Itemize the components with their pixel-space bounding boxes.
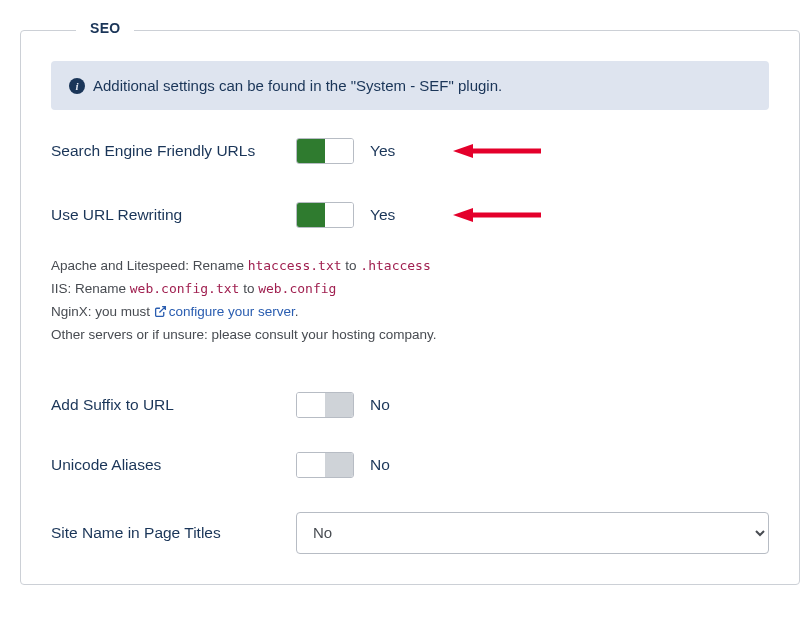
toggle-on-half (297, 203, 325, 227)
hint-iis: IIS: Rename web.config.txt to web.config (51, 279, 769, 300)
field-label: Use URL Rewriting (51, 206, 296, 224)
toggle-value: No (370, 456, 390, 474)
info-icon: i (69, 78, 85, 94)
field-row-suffix: Add Suffix to URL No (51, 392, 769, 418)
unicode-toggle[interactable] (296, 452, 354, 478)
svg-marker-3 (453, 208, 473, 222)
external-link-icon (154, 305, 167, 318)
field-row-unicode: Unicode Aliases No (51, 452, 769, 478)
hint-nginx: NginX: you must configure your server. (51, 302, 769, 323)
sitename-select[interactable]: No (296, 512, 769, 554)
field-row-sef: Search Engine Friendly URLs Yes (51, 138, 769, 164)
panel-title: SEO (76, 20, 134, 36)
svg-marker-1 (453, 144, 473, 158)
code-filename: htaccess.txt (248, 258, 342, 273)
seo-panel: SEO i Additional settings can be found i… (20, 30, 800, 585)
annotation-arrow-icon (453, 205, 543, 225)
hint-text: NginX: you must (51, 304, 154, 319)
hint-other: Other servers or if unsure: please consu… (51, 325, 769, 346)
rewrite-toggle[interactable] (296, 202, 354, 228)
toggle-value: Yes (370, 142, 395, 160)
hint-text: Apache and Litespeed: Rename (51, 258, 248, 273)
select-wrap: No (296, 512, 769, 554)
suffix-toggle[interactable] (296, 392, 354, 418)
toggle-on-half (297, 453, 325, 477)
code-filename: web.config (258, 281, 336, 296)
field-label: Unicode Aliases (51, 456, 296, 474)
toggle-value: Yes (370, 206, 395, 224)
field-label: Add Suffix to URL (51, 396, 296, 414)
field-label: Search Engine Friendly URLs (51, 142, 296, 160)
field-row-sitename: Site Name in Page Titles No (51, 512, 769, 554)
toggle-on-half (297, 393, 325, 417)
hint-apache: Apache and Litespeed: Rename htaccess.tx… (51, 256, 769, 277)
hint-text: IIS: Rename (51, 281, 130, 296)
field-label: Site Name in Page Titles (51, 524, 296, 542)
toggle-on-half (297, 139, 325, 163)
sef-toggle[interactable] (296, 138, 354, 164)
annotation-arrow-icon (453, 141, 543, 161)
alert-text: Additional settings can be found in the … (93, 77, 502, 94)
field-row-rewrite: Use URL Rewriting Yes (51, 202, 769, 228)
hint-text: . (295, 304, 299, 319)
info-alert: i Additional settings can be found in th… (51, 61, 769, 110)
toggle-off-half (325, 393, 353, 417)
server-hints: Apache and Litespeed: Rename htaccess.tx… (51, 256, 769, 346)
toggle-off-half (325, 203, 353, 227)
link-text: configure your server (169, 304, 295, 319)
configure-server-link[interactable]: configure your server (154, 304, 295, 319)
toggle-value: No (370, 396, 390, 414)
toggle-off-half (325, 453, 353, 477)
hint-text: to (342, 258, 361, 273)
hint-text: to (239, 281, 258, 296)
code-filename: .htaccess (360, 258, 430, 273)
toggle-off-half (325, 139, 353, 163)
code-filename: web.config.txt (130, 281, 240, 296)
